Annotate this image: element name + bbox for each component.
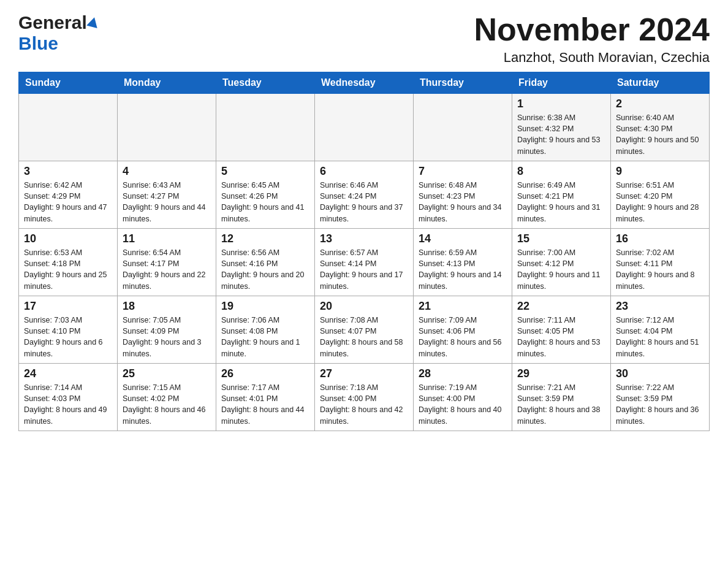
day-info: Sunrise: 7:06 AM Sunset: 4:08 PM Dayligh… (221, 316, 300, 358)
day-number: 21 (419, 300, 507, 313)
day-number: 3 (24, 165, 112, 178)
calendar-cell: 12Sunrise: 6:56 AM Sunset: 4:16 PM Dayli… (216, 229, 315, 296)
calendar-week-1: 1Sunrise: 6:38 AM Sunset: 4:32 PM Daylig… (19, 94, 710, 161)
day-info: Sunrise: 7:22 AM Sunset: 3:59 PM Dayligh… (616, 383, 699, 425)
logo-blue-text: Blue (18, 33, 58, 54)
calendar-cell: 10Sunrise: 6:53 AM Sunset: 4:18 PM Dayli… (19, 229, 118, 296)
day-number: 30 (616, 367, 704, 380)
calendar-cell: 8Sunrise: 6:49 AM Sunset: 4:21 PM Daylig… (512, 161, 611, 229)
calendar-cell: 18Sunrise: 7:05 AM Sunset: 4:09 PM Dayli… (118, 296, 216, 364)
calendar-cell: 28Sunrise: 7:19 AM Sunset: 4:00 PM Dayli… (414, 364, 512, 431)
day-number: 12 (221, 232, 309, 245)
calendar-cell (315, 94, 414, 161)
day-info: Sunrise: 7:19 AM Sunset: 4:00 PM Dayligh… (419, 383, 502, 425)
day-info: Sunrise: 6:38 AM Sunset: 4:32 PM Dayligh… (517, 113, 601, 155)
day-number: 10 (24, 232, 112, 245)
day-number: 11 (123, 232, 211, 245)
day-number: 6 (320, 165, 408, 178)
day-number: 13 (320, 232, 408, 245)
day-number: 16 (616, 232, 704, 245)
day-info: Sunrise: 7:14 AM Sunset: 4:03 PM Dayligh… (24, 383, 107, 425)
location-title: Lanzhot, South Moravian, Czechia (474, 50, 710, 66)
day-info: Sunrise: 7:15 AM Sunset: 4:02 PM Dayligh… (123, 383, 206, 425)
day-info: Sunrise: 6:57 AM Sunset: 4:14 PM Dayligh… (320, 248, 403, 290)
day-number: 9 (616, 165, 704, 178)
day-info: Sunrise: 6:49 AM Sunset: 4:21 PM Dayligh… (517, 181, 601, 223)
day-info: Sunrise: 6:51 AM Sunset: 4:20 PM Dayligh… (616, 181, 699, 223)
day-info: Sunrise: 6:53 AM Sunset: 4:18 PM Dayligh… (24, 248, 107, 290)
calendar-cell: 29Sunrise: 7:21 AM Sunset: 3:59 PM Dayli… (512, 364, 611, 431)
day-info: Sunrise: 6:48 AM Sunset: 4:23 PM Dayligh… (419, 181, 502, 223)
calendar-cell (19, 94, 118, 161)
logo-area: General Blue (18, 12, 99, 54)
day-info: Sunrise: 7:12 AM Sunset: 4:04 PM Dayligh… (616, 316, 699, 358)
calendar-cell: 3Sunrise: 6:42 AM Sunset: 4:29 PM Daylig… (19, 161, 118, 229)
day-number: 27 (320, 367, 408, 380)
weekday-header-monday: Monday (118, 72, 216, 94)
day-info: Sunrise: 6:56 AM Sunset: 4:16 PM Dayligh… (221, 248, 305, 290)
day-info: Sunrise: 6:54 AM Sunset: 4:17 PM Dayligh… (123, 248, 206, 290)
day-info: Sunrise: 6:46 AM Sunset: 4:24 PM Dayligh… (320, 181, 403, 223)
logo-triangle-icon (86, 16, 100, 28)
logo: General (18, 12, 99, 33)
calendar-cell: 26Sunrise: 7:17 AM Sunset: 4:01 PM Dayli… (216, 364, 315, 431)
calendar-cell: 27Sunrise: 7:18 AM Sunset: 4:00 PM Dayli… (315, 364, 414, 431)
day-number: 17 (24, 300, 112, 313)
day-info: Sunrise: 7:17 AM Sunset: 4:01 PM Dayligh… (221, 383, 305, 425)
calendar-cell: 30Sunrise: 7:22 AM Sunset: 3:59 PM Dayli… (611, 364, 710, 431)
day-info: Sunrise: 7:05 AM Sunset: 4:09 PM Dayligh… (123, 316, 202, 358)
day-info: Sunrise: 7:03 AM Sunset: 4:10 PM Dayligh… (24, 316, 103, 358)
day-number: 7 (419, 165, 507, 178)
calendar-cell: 4Sunrise: 6:43 AM Sunset: 4:27 PM Daylig… (118, 161, 216, 229)
day-info: Sunrise: 7:02 AM Sunset: 4:11 PM Dayligh… (616, 248, 695, 290)
day-number: 5 (221, 165, 309, 178)
day-info: Sunrise: 6:40 AM Sunset: 4:30 PM Dayligh… (616, 113, 699, 155)
weekday-header-saturday: Saturday (611, 72, 710, 94)
logo-blue-part: Blue (18, 33, 58, 54)
calendar-week-5: 24Sunrise: 7:14 AM Sunset: 4:03 PM Dayli… (19, 364, 710, 431)
day-number: 14 (419, 232, 507, 245)
calendar-cell: 6Sunrise: 6:46 AM Sunset: 4:24 PM Daylig… (315, 161, 414, 229)
calendar-cell: 25Sunrise: 7:15 AM Sunset: 4:02 PM Dayli… (118, 364, 216, 431)
calendar-cell: 24Sunrise: 7:14 AM Sunset: 4:03 PM Dayli… (19, 364, 118, 431)
day-info: Sunrise: 7:18 AM Sunset: 4:00 PM Dayligh… (320, 383, 403, 425)
day-number: 23 (616, 300, 704, 313)
day-info: Sunrise: 6:59 AM Sunset: 4:13 PM Dayligh… (419, 248, 502, 290)
calendar-cell: 21Sunrise: 7:09 AM Sunset: 4:06 PM Dayli… (414, 296, 512, 364)
day-info: Sunrise: 7:00 AM Sunset: 4:12 PM Dayligh… (517, 248, 601, 290)
calendar-cell: 14Sunrise: 6:59 AM Sunset: 4:13 PM Dayli… (414, 229, 512, 296)
day-number: 20 (320, 300, 408, 313)
calendar-cell: 11Sunrise: 6:54 AM Sunset: 4:17 PM Dayli… (118, 229, 216, 296)
calendar-cell: 20Sunrise: 7:08 AM Sunset: 4:07 PM Dayli… (315, 296, 414, 364)
calendar-week-2: 3Sunrise: 6:42 AM Sunset: 4:29 PM Daylig… (19, 161, 710, 229)
calendar-cell: 15Sunrise: 7:00 AM Sunset: 4:12 PM Dayli… (512, 229, 611, 296)
day-info: Sunrise: 6:42 AM Sunset: 4:29 PM Dayligh… (24, 181, 107, 223)
calendar-cell (118, 94, 216, 161)
calendar-header-row: SundayMondayTuesdayWednesdayThursdayFrid… (19, 72, 710, 94)
calendar-cell: 22Sunrise: 7:11 AM Sunset: 4:05 PM Dayli… (512, 296, 611, 364)
day-info: Sunrise: 7:08 AM Sunset: 4:07 PM Dayligh… (320, 316, 403, 358)
day-number: 19 (221, 300, 309, 313)
calendar-cell: 5Sunrise: 6:45 AM Sunset: 4:26 PM Daylig… (216, 161, 315, 229)
calendar-cell (414, 94, 512, 161)
calendar-week-3: 10Sunrise: 6:53 AM Sunset: 4:18 PM Dayli… (19, 229, 710, 296)
calendar-cell: 9Sunrise: 6:51 AM Sunset: 4:20 PM Daylig… (611, 161, 710, 229)
weekday-header-thursday: Thursday (414, 72, 512, 94)
title-area: November 2024 Lanzhot, South Moravian, C… (474, 12, 710, 66)
day-number: 8 (517, 165, 605, 178)
calendar-table: SundayMondayTuesdayWednesdayThursdayFrid… (18, 72, 710, 431)
calendar-cell: 1Sunrise: 6:38 AM Sunset: 4:32 PM Daylig… (512, 94, 611, 161)
calendar-cell: 23Sunrise: 7:12 AM Sunset: 4:04 PM Dayli… (611, 296, 710, 364)
day-number: 25 (123, 367, 211, 380)
day-number: 2 (616, 98, 704, 110)
day-number: 28 (419, 367, 507, 380)
day-number: 1 (517, 98, 605, 110)
month-title: November 2024 (474, 12, 710, 47)
calendar-cell: 2Sunrise: 6:40 AM Sunset: 4:30 PM Daylig… (611, 94, 710, 161)
calendar-cell (216, 94, 315, 161)
day-number: 4 (123, 165, 211, 178)
calendar-cell: 17Sunrise: 7:03 AM Sunset: 4:10 PM Dayli… (19, 296, 118, 364)
day-number: 29 (517, 367, 605, 380)
day-info: Sunrise: 7:21 AM Sunset: 3:59 PM Dayligh… (517, 383, 601, 425)
calendar-cell: 19Sunrise: 7:06 AM Sunset: 4:08 PM Dayli… (216, 296, 315, 364)
